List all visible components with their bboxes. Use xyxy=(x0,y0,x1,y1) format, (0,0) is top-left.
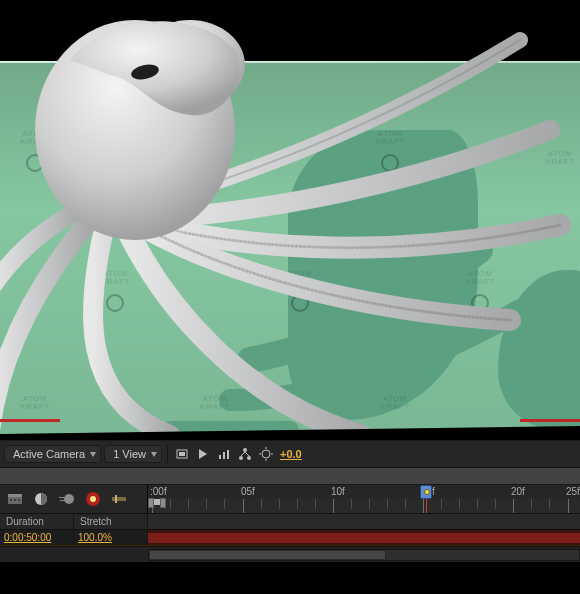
shy-layers-icon[interactable] xyxy=(4,488,26,510)
frame-blend-icon[interactable] xyxy=(30,488,52,510)
work-area-bar[interactable] xyxy=(148,499,166,505)
exposure-value[interactable]: +0.0 xyxy=(278,448,304,460)
svg-point-22 xyxy=(239,456,243,460)
svg-rect-31 xyxy=(10,499,12,501)
svg-point-24 xyxy=(262,450,270,458)
chevron-down-icon xyxy=(90,452,96,457)
svg-rect-19 xyxy=(223,452,225,459)
timeline-toolbar xyxy=(0,485,148,513)
toggle-pixel-aspect-icon[interactable] xyxy=(173,445,191,463)
time-navigator-track[interactable] xyxy=(148,549,580,561)
layer-row[interactable]: 0:00:50:00 100.0% xyxy=(0,530,580,546)
separator xyxy=(167,445,168,463)
stretch-value[interactable]: 100.0% xyxy=(74,530,148,545)
brainstorm-icon[interactable] xyxy=(82,488,104,510)
svg-point-39 xyxy=(90,496,96,502)
camera-dropdown[interactable]: Active Camera xyxy=(4,445,101,463)
motion-blur-icon[interactable] xyxy=(56,488,78,510)
svg-rect-41 xyxy=(115,495,117,503)
viewer-toolbar: Active Camera 1 View +0.0 xyxy=(0,440,580,468)
time-ruler[interactable]: :00f 05f 10f 15f 20f 25f xyxy=(148,485,580,513)
column-headers-row: Duration Stretch xyxy=(0,514,580,530)
track-gutter xyxy=(148,514,580,529)
views-dropdown-label: 1 View xyxy=(113,448,146,460)
svg-rect-40 xyxy=(112,497,126,501)
tick-marks xyxy=(148,499,580,513)
cti-line xyxy=(426,499,427,513)
timeline-chart-icon[interactable] xyxy=(215,445,233,463)
fast-preview-icon[interactable] xyxy=(194,445,212,463)
time-navigator xyxy=(0,546,580,562)
svg-rect-17 xyxy=(179,452,185,456)
svg-rect-32 xyxy=(14,499,16,501)
guide-line-right xyxy=(520,419,580,422)
svg-rect-18 xyxy=(219,455,221,459)
svg-rect-33 xyxy=(18,499,20,501)
timeline-panel: :00f 05f 10f 15f 20f 25f xyxy=(0,484,580,562)
current-time-indicator[interactable] xyxy=(426,485,438,499)
svg-point-0 xyxy=(107,35,123,51)
svg-point-35 xyxy=(64,494,74,504)
svg-rect-37 xyxy=(60,500,65,501)
duration-header: Duration xyxy=(0,514,74,529)
layer-track[interactable] xyxy=(148,530,580,545)
composition-viewport[interactable]: ATOMKRAFT ATOMKRAFT ATOMKRAFT ATOMKRAFT … xyxy=(0,0,580,440)
svg-rect-36 xyxy=(59,497,64,498)
svg-point-5 xyxy=(287,35,303,51)
layer-bar[interactable] xyxy=(148,533,580,543)
timeline-header: :00f 05f 10f 15f 20f 25f xyxy=(0,484,580,514)
camera-dropdown-label: Active Camera xyxy=(13,448,85,460)
svg-rect-20 xyxy=(227,450,229,459)
svg-point-6 xyxy=(462,35,478,51)
reset-exposure-icon[interactable] xyxy=(257,445,275,463)
auto-keyframe-icon[interactable] xyxy=(108,488,130,510)
guide-line-left xyxy=(0,419,60,422)
svg-point-21 xyxy=(243,448,247,452)
time-ruler-labels: :00f 05f 10f 15f 20f 25f xyxy=(148,485,580,499)
views-dropdown[interactable]: 1 View xyxy=(104,445,162,463)
duration-value[interactable]: 0:00:50:00 xyxy=(0,530,74,545)
svg-point-23 xyxy=(247,456,251,460)
svg-rect-30 xyxy=(8,494,22,497)
flowchart-icon[interactable] xyxy=(236,445,254,463)
chevron-down-icon xyxy=(151,452,157,457)
time-navigator-thumb[interactable] xyxy=(149,550,386,560)
cti-head-icon xyxy=(420,485,432,499)
panel-gap xyxy=(0,468,580,484)
stretch-header: Stretch xyxy=(74,514,148,529)
